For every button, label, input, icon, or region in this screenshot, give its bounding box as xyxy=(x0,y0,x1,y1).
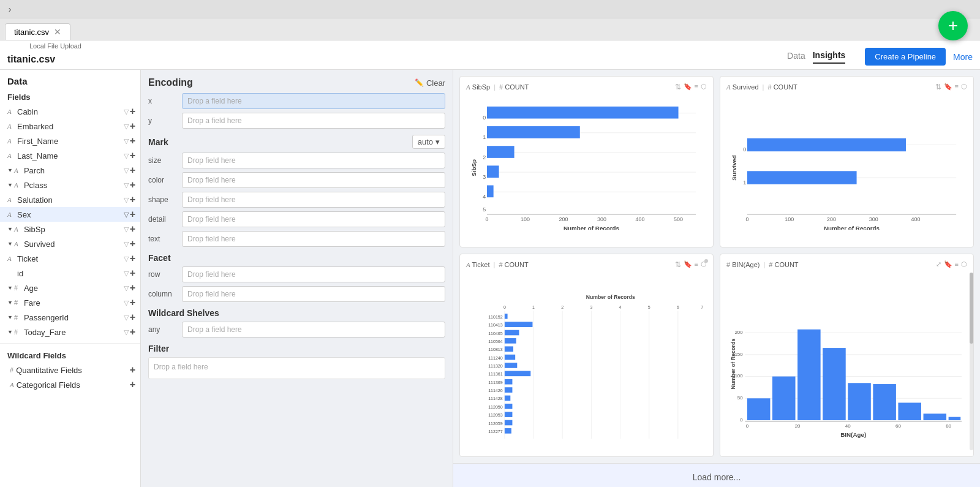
resize-icon[interactable]: ⤢ xyxy=(936,260,941,268)
field-name: Parch xyxy=(24,166,124,175)
add-field-icon[interactable]: + xyxy=(130,238,135,249)
sort-icon3[interactable]: ⇅ xyxy=(675,260,681,269)
content-tab-insights[interactable]: Insights xyxy=(813,50,846,64)
add-field-icon[interactable]: + xyxy=(130,268,135,279)
add-field-icon[interactable]: + xyxy=(130,327,135,338)
filter-icon[interactable]: ▽ xyxy=(124,255,129,263)
export-icon4[interactable]: ⬡ xyxy=(961,260,967,268)
field-item-sex[interactable]: A Sex ▽ + xyxy=(0,207,140,222)
bookmark-icon[interactable]: 🔖 xyxy=(684,83,692,91)
expand-arrow-icon: ▼ xyxy=(7,241,13,247)
add-field-icon[interactable]: + xyxy=(130,165,135,176)
field-item-ticket[interactable]: A Ticket ▽ + xyxy=(0,251,140,266)
field-item-age[interactable]: ▼ # Age ▽ + xyxy=(0,281,140,295)
field-item-parch[interactable]: ▼ A Parch ▽ + xyxy=(0,163,140,178)
export-icon2[interactable]: ⬡ xyxy=(961,83,967,91)
field-item-embarked[interactable]: A Embarked ▽ + xyxy=(0,119,140,134)
filter-icon[interactable]: ▽ xyxy=(124,240,129,248)
filter-icon[interactable]: ▽ xyxy=(124,270,129,277)
wildcard-item-categorical[interactable]: A Categorical Fields + xyxy=(0,377,140,392)
add-field-icon[interactable]: + xyxy=(130,106,135,117)
add-field-icon[interactable]: + xyxy=(130,194,135,205)
field-item-survived[interactable]: ▼ A Survived ▽ + xyxy=(0,236,140,251)
table-icon3[interactable]: ≡ xyxy=(695,260,698,269)
table-icon4[interactable]: ≡ xyxy=(955,260,959,268)
x-drop-field[interactable]: Drop a field here xyxy=(182,93,445,109)
column-drop-field[interactable]: Drop field here xyxy=(182,286,445,302)
filter-icon[interactable]: ▽ xyxy=(124,181,129,189)
more-button[interactable]: More xyxy=(953,52,973,62)
sort-icon[interactable]: ⇅ xyxy=(675,83,681,91)
filter-icon[interactable]: ▽ xyxy=(124,108,129,116)
mark-dropdown[interactable]: auto ▾ xyxy=(412,135,445,149)
size-drop-field[interactable]: Drop field here xyxy=(182,153,445,168)
add-field-icon[interactable]: + xyxy=(130,224,135,235)
filter-drop-zone[interactable]: Drop a field here xyxy=(148,357,445,379)
clear-button[interactable]: ✏️ Clear xyxy=(415,78,445,88)
shape-drop-field[interactable]: Drop field here xyxy=(182,192,445,208)
add-field-icon[interactable]: + xyxy=(130,209,135,220)
add-field-icon[interactable]: + xyxy=(130,121,135,132)
row-drop-field[interactable]: Drop field here xyxy=(182,266,445,282)
add-field-icon[interactable]: + xyxy=(130,282,135,293)
charts-scroll-area[interactable]: A SibSp | # COUNT ⇅ 🔖 ≡ ⬡ SibSp 0 1 xyxy=(453,70,980,463)
field-item-fare[interactable]: ▼ # Fare ▽ + xyxy=(0,295,140,310)
color-drop-field[interactable]: Drop field here xyxy=(182,172,445,188)
wildcard-item-quantitative[interactable]: # Quantitative Fields + xyxy=(0,363,140,377)
field-item-id[interactable]: id ▽ + xyxy=(0,266,140,281)
svg-text:111369: 111369 xyxy=(488,380,503,385)
add-field-icon[interactable]: + xyxy=(130,150,135,161)
bookmark-icon3[interactable]: 🔖 xyxy=(684,260,692,269)
svg-text:7: 7 xyxy=(701,305,703,309)
filter-icon[interactable]: ▽ xyxy=(124,137,129,145)
field-item-salutation[interactable]: A Salutation ▽ + xyxy=(0,192,140,207)
tab-close-icon[interactable]: ✕ xyxy=(54,27,61,37)
filter-icon[interactable]: ▽ xyxy=(124,225,129,233)
filter-icon[interactable]: ▽ xyxy=(124,299,129,307)
field-type-icon: A xyxy=(14,240,24,247)
add-field-icon[interactable]: + xyxy=(130,297,135,308)
file-tab[interactable]: titanic.csv ✕ xyxy=(5,23,70,40)
add-wildcard-icon[interactable]: + xyxy=(130,379,135,390)
add-fab-button[interactable]: + xyxy=(938,11,968,40)
field-item-pclass[interactable]: ▼ A Pclass ▽ + xyxy=(0,178,140,192)
bookmark-icon2[interactable]: 🔖 xyxy=(944,83,952,91)
add-field-icon[interactable]: + xyxy=(130,312,135,323)
detail-drop-field[interactable]: Drop field here xyxy=(182,211,445,227)
field-item-sibsp[interactable]: ▼ A SibSp ▽ + xyxy=(0,222,140,236)
table-icon[interactable]: ≡ xyxy=(695,83,698,91)
field-item-cabin[interactable]: A Cabin ▽ + xyxy=(0,104,140,119)
dot-menu[interactable] xyxy=(704,259,708,263)
field-type-icon: A xyxy=(7,123,17,130)
y-drop-field[interactable]: Drop a field here xyxy=(182,113,445,129)
filter-icon[interactable]: ▽ xyxy=(124,211,129,219)
field-item-firstname[interactable]: A First_Name ▽ + xyxy=(0,134,140,148)
text-drop-field[interactable]: Drop field here xyxy=(182,231,445,247)
sibsp-chart-tag1: A SibSp xyxy=(466,83,490,91)
filter-icon[interactable]: ▽ xyxy=(124,314,129,322)
content-tab-data[interactable]: Data xyxy=(787,51,805,63)
field-type-icon: A xyxy=(7,211,17,218)
export-icon[interactable]: ⬡ xyxy=(701,83,707,91)
filter-icon[interactable]: ▽ xyxy=(124,196,129,204)
add-wildcard-icon[interactable]: + xyxy=(130,364,135,376)
filter-icon[interactable]: ▽ xyxy=(124,328,129,336)
field-item-todayfare[interactable]: ▼ # Today_Fare ▽ + xyxy=(0,325,140,339)
filter-icon[interactable]: ▽ xyxy=(124,123,129,130)
bookmark-icon4[interactable]: 🔖 xyxy=(944,260,952,268)
add-field-icon[interactable]: + xyxy=(130,253,135,264)
filter-icon[interactable]: ▽ xyxy=(124,152,129,160)
field-item-passengerid[interactable]: ▼ # PassengerId ▽ + xyxy=(0,310,140,325)
table-icon2[interactable]: ≡ xyxy=(955,83,959,91)
add-field-icon[interactable]: + xyxy=(130,135,135,146)
svg-text:Number of Records: Number of Records xyxy=(564,225,620,230)
filter-icon[interactable]: ▽ xyxy=(124,284,129,292)
field-item-lastname[interactable]: A Last_Name ▽ + xyxy=(0,148,140,163)
load-more-button[interactable]: Load more... xyxy=(453,463,980,487)
create-pipeline-button[interactable]: Create a Pipeline xyxy=(865,48,946,66)
filter-icon[interactable]: ▽ xyxy=(124,167,129,175)
nav-arrow[interactable]: › xyxy=(4,1,16,18)
any-drop-field[interactable]: Drop a field here xyxy=(182,322,445,338)
add-field-icon[interactable]: + xyxy=(130,179,135,191)
sort-icon2[interactable]: ⇅ xyxy=(935,83,941,91)
